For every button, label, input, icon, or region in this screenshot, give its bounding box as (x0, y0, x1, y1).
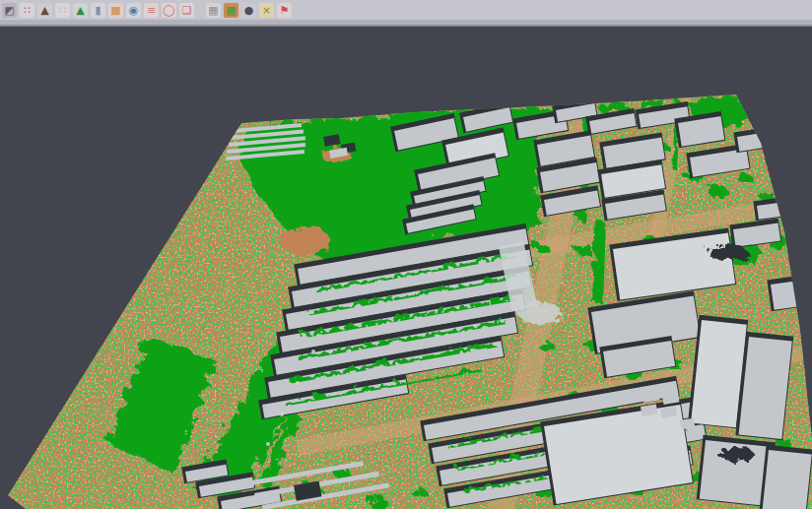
toolbar-icon-globe[interactable]: ◉ (126, 3, 141, 18)
vegetation-patch (757, 189, 773, 199)
toolbar-icon-layers[interactable]: ◩ (2, 3, 17, 18)
vegetation-patch (280, 413, 284, 416)
vegetation-patch (536, 339, 552, 349)
vegetation-patch (276, 223, 327, 251)
toolbar-icon-terrain[interactable]: ▲ (37, 3, 52, 18)
toolbar-icon-sparse-points[interactable]: ∷ (55, 3, 70, 18)
toolbar-icon-rect-select[interactable]: ❏ (179, 3, 194, 18)
toolbar-icon-panel[interactable]: ▮ (91, 3, 105, 18)
toolbar-icon-ortho-square[interactable]: ■ (108, 3, 123, 18)
vegetation-patch (296, 381, 300, 385)
toolbar-icon-grid[interactable]: ▦ (206, 3, 221, 18)
vegetation-patch (595, 100, 627, 110)
vegetation-patch-dark (715, 444, 751, 460)
vegetation-patch (573, 241, 590, 253)
application-window: ◩∷▲∷▲▮■◉≡◯❏▦▦●×⚑ (0, 0, 812, 509)
3d-viewport[interactable] (0, 27, 812, 509)
toolbar: ◩∷▲∷▲▮■◉≡◯❏▦▦●×⚑ (0, 0, 812, 20)
toolbar-icon-circle-select[interactable]: ◯ (162, 3, 176, 18)
building (767, 275, 812, 312)
toolbar-icon-delete-cross[interactable]: × (259, 3, 274, 18)
toolbar-icon-flag[interactable]: ⚑ (277, 3, 292, 18)
vegetation-patch (706, 183, 725, 195)
toolbar-icon-point-cloud[interactable]: ∷ (20, 3, 34, 18)
vegetation-patch-dark (706, 241, 745, 259)
building (759, 445, 812, 509)
vegetation-patch (408, 484, 424, 494)
toolbar-icon-profile-lines[interactable]: ≡ (144, 3, 159, 18)
toolbar-icon-camera[interactable]: ● (241, 3, 256, 18)
vegetation-patch (367, 495, 386, 507)
terrain-mesh (0, 86, 812, 509)
toolbar-icon-classified-map[interactable]: ▦ (224, 3, 238, 18)
vegetation-patch (311, 350, 315, 353)
vegetation-patch (266, 442, 270, 446)
vegetation-patch (509, 179, 525, 189)
vegetation-patch (515, 298, 559, 322)
toolbar-icon-terrain-green[interactable]: ▲ (73, 3, 88, 18)
terrain-scene (0, 27, 812, 509)
vegetation-patch (530, 240, 546, 250)
